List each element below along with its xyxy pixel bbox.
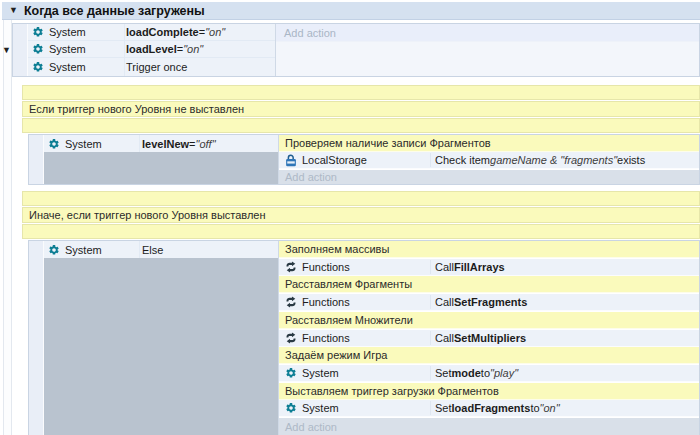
condition-text[interactable]: Trigger once [126, 58, 187, 76]
comment-block[interactable] [22, 191, 700, 206]
action-comment[interactable]: Проверяем наличие записи Фрагментов [279, 135, 699, 152]
object-cell: LocalStorage [279, 154, 367, 167]
column-divider [430, 401, 431, 415]
action-row-setloadfragments[interactable]: System Set loadFragments to "on" [279, 400, 699, 417]
conditions-area: System Else [29, 241, 279, 435]
action-row-localstorage[interactable]: LocalStorage Check item gameName & "frag… [279, 152, 699, 169]
condition-row-trigger-once[interactable]: System Trigger once [28, 58, 275, 76]
action-comment[interactable]: Расставляем Фрагменты [279, 276, 699, 293]
event-block-load: System loadComplete = "on" System loadLe… [12, 23, 700, 77]
system-gear-icon [284, 366, 297, 379]
object-label: LocalStorage [302, 154, 367, 166]
object-label: System [302, 402, 339, 414]
condition-text[interactable]: Else [142, 241, 163, 258]
object-label: System [49, 43, 86, 55]
group-title: Когда все данные загружены [24, 4, 205, 18]
comment-text: Расставляем Фрагменты [285, 278, 412, 290]
object-cell: Functions [279, 260, 350, 273]
event-block-else: System Else Заполняем массивы Functions … [28, 240, 700, 435]
actions-area: Add action [276, 24, 699, 76]
comment-block[interactable]: Если триггер нового Уровня не выставлен [22, 101, 700, 117]
object-cell: Functions [279, 331, 350, 344]
group-indent-guide [3, 20, 12, 435]
actions-area: Заполняем массивы Functions Call FillArr… [279, 241, 699, 435]
comment-block[interactable] [22, 85, 700, 100]
event-margin [29, 241, 44, 435]
action-text[interactable]: Call SetMultipliers [435, 330, 526, 346]
comment-text: Проверяем наличие записи Фрагментов [285, 137, 491, 149]
column-divider [430, 295, 431, 309]
swap-arrows-icon [284, 296, 297, 309]
action-comment[interactable]: Выставляем триггер загрузки Фрагментов [279, 383, 699, 400]
group-header[interactable]: ▼ Когда все данные загружены [2, 2, 700, 20]
comment-text: Задаём режим Игра [285, 349, 387, 361]
object-cell: Functions [279, 296, 350, 309]
action-comment[interactable]: Заполняем массивы [279, 241, 699, 258]
event-margin [29, 135, 44, 184]
column-divider [430, 153, 431, 167]
condition-text[interactable]: loadLevel = "on" [126, 41, 203, 57]
object-label: System [49, 61, 86, 73]
action-text[interactable]: Call SetFragments [435, 294, 527, 310]
object-label: Functions [302, 332, 350, 344]
comment-block[interactable] [22, 224, 700, 239]
condition-row-levelnew[interactable]: System levelNew = "off" [44, 135, 278, 152]
condition-row-else[interactable]: System Else [44, 241, 278, 258]
action-row-fillarrays[interactable]: Functions Call FillArrays [279, 259, 699, 276]
object-cell: System [28, 26, 86, 39]
comment-text: Иначе, если триггер нового Уровня выстав… [29, 209, 266, 221]
object-cell: System [28, 43, 86, 56]
system-gear-icon [31, 43, 44, 56]
object-label: Functions [302, 296, 350, 308]
action-row-setfragments[interactable]: Functions Call SetFragments [279, 294, 699, 311]
object-cell: System [28, 61, 86, 74]
action-text[interactable]: Set loadFragments to "on" [435, 400, 560, 416]
swap-arrows-icon [284, 260, 297, 273]
action-comment[interactable]: Задаём режим Игра [279, 347, 699, 364]
comment-block[interactable]: Иначе, если триггер нового Уровня выстав… [22, 207, 700, 223]
condition-text[interactable]: loadComplete = "on" [126, 24, 225, 40]
comment-block[interactable] [22, 118, 700, 133]
add-action-link[interactable]: Add action [279, 170, 699, 184]
column-divider [430, 260, 431, 274]
action-row-setmultipliers[interactable]: Functions Call SetMultipliers [279, 330, 699, 347]
column-divider [430, 366, 431, 380]
event-sheet: ▼ Когда все данные загружены ▼ System lo… [0, 0, 700, 435]
action-row-setmode[interactable]: System Set mode to "play" [279, 365, 699, 382]
comment-text: Расставляем Множители [285, 314, 413, 326]
system-gear-icon [47, 243, 60, 256]
storage-lock-icon [284, 154, 297, 167]
object-cell: System [44, 137, 102, 150]
condition-text[interactable]: levelNew = "off" [142, 135, 216, 152]
object-label: System [49, 26, 86, 38]
action-text[interactable]: Call FillArrays [435, 259, 505, 275]
system-gear-icon [31, 61, 44, 74]
object-cell: System [279, 402, 339, 415]
column-divider [430, 331, 431, 345]
condition-fill-area [44, 258, 278, 435]
condition-row-loadcomplete[interactable]: System loadComplete = "on" [28, 24, 275, 41]
group-collapse-icon[interactable]: ▼ [9, 6, 18, 15]
object-label: System [65, 138, 102, 150]
condition-fill-area [44, 152, 278, 184]
event-block-levelnew: System levelNew = "off" Проверяем наличи… [28, 134, 700, 185]
condition-row-loadlevel[interactable]: System loadLevel = "on" [28, 41, 275, 58]
action-comment[interactable]: Расставляем Множители [279, 312, 699, 329]
add-action-link[interactable]: Add action [276, 24, 699, 42]
system-gear-icon [31, 26, 44, 39]
action-text[interactable]: Set mode to "play" [435, 365, 518, 381]
object-label: System [302, 367, 339, 379]
swap-arrows-icon [284, 331, 297, 344]
object-cell: System [279, 366, 339, 379]
add-action-link[interactable]: Add action [279, 418, 699, 435]
object-label: Functions [302, 261, 350, 273]
action-text[interactable]: Check item gameName & "fragments" exists [435, 152, 645, 168]
system-gear-icon [47, 137, 60, 150]
event-margin [13, 24, 28, 76]
object-label: System [65, 244, 102, 256]
event-collapse-icon[interactable]: ▼ [2, 46, 11, 55]
conditions-area: System loadComplete = "on" System loadLe… [13, 24, 276, 76]
comment-text: Выставляем триггер загрузки Фрагментов [285, 385, 499, 397]
comment-text: Если триггер нового Уровня не выставлен [29, 103, 244, 115]
system-gear-icon [284, 402, 297, 415]
